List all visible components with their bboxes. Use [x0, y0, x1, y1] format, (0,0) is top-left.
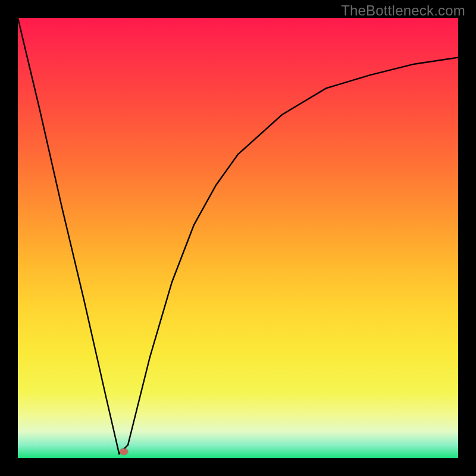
watermark-text: TheBottleneck.com: [341, 2, 465, 19]
chart-frame: TheBottleneck.com: [0, 0, 476, 476]
plot-area: [18, 18, 458, 458]
optimal-point-marker: [120, 448, 128, 455]
curve-svg: [18, 18, 458, 458]
bottleneck-curve-path: [18, 18, 458, 454]
